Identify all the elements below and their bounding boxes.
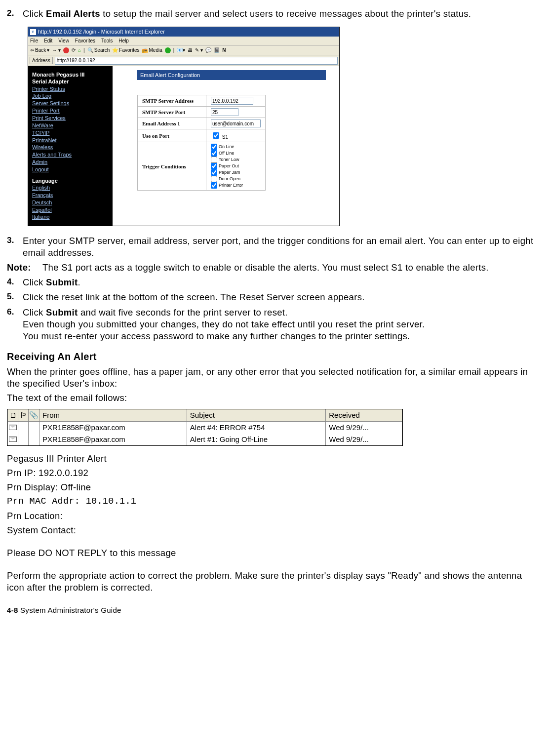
lang-de[interactable]: Deutsch [32, 199, 109, 206]
smtp-port-input[interactable] [211, 108, 238, 116]
trig-printererror[interactable]: Printer Error [211, 182, 261, 189]
email-l3: Prn Display: Off-line [7, 481, 541, 493]
email-l1: Pegasus III Printer Alert [7, 453, 541, 465]
home-icon[interactable]: ⌂ [78, 47, 81, 53]
panel-title: Email Alert Configuration [137, 70, 326, 80]
email1-input[interactable] [211, 119, 261, 127]
norton-icon[interactable]: N [222, 47, 226, 53]
step-3-text: Enter your SMTP server, email address, s… [23, 235, 541, 259]
lang-en[interactable]: English [32, 184, 109, 192]
ie-title-text: http:// 192.0.0.192 /login - Microsoft I… [38, 28, 165, 35]
recv-para: When the printer goes offline, has a pap… [7, 366, 541, 390]
email-l2: Prn IP: 192.0.0.192 [7, 467, 541, 479]
brand-line1: Monarch Pegasus III [32, 71, 109, 78]
brand-line2: Serial Adapter [32, 78, 109, 85]
trig-online[interactable]: On Line [211, 144, 261, 150]
menu-edit[interactable]: Edit [44, 38, 52, 44]
nav-printer-port[interactable]: Printer Port [32, 107, 109, 115]
row1-subject: Alert #4: ERROR #754 [187, 421, 325, 434]
trig-dooropen[interactable]: Door Open [211, 176, 261, 182]
ie-body: Monarch Pegasus III Serial Adapter Print… [28, 66, 339, 226]
stop-icon[interactable] [63, 47, 69, 53]
row1-from: PXR1E858F@paxar.com [39, 421, 187, 434]
fwd-button[interactable]: → ▾ [52, 47, 61, 53]
nav-netware[interactable]: NetWare [32, 122, 109, 129]
favorites-button[interactable]: ⭐Favorites [112, 47, 139, 53]
lang-es[interactable]: Español [32, 206, 109, 214]
mail-icon[interactable]: 📧▾ [177, 47, 185, 53]
step-6-num: 6. [7, 307, 23, 342]
note-label: Note: [7, 262, 42, 274]
smtp-addr-input[interactable] [211, 97, 253, 105]
address-field[interactable]: http://192.0.0.192 [55, 57, 338, 65]
ie-address-bar: Address http://192.0.0.192 [28, 55, 339, 66]
nav-wireless[interactable]: Wireless [32, 144, 109, 151]
edit-icon[interactable]: ✎ ▾ [195, 47, 203, 53]
menu-view[interactable]: View [58, 38, 69, 44]
nav-print-services[interactable]: Print Services [32, 115, 109, 122]
ie-window-figure: e http:// 192.0.0.192 /login - Microsoft… [28, 27, 340, 226]
nav-job-log[interactable]: Job Log [32, 92, 109, 100]
inbox-row[interactable]: PXR1E858F@paxar.com Alert #4: ERROR #754… [8, 421, 402, 434]
back-button[interactable]: ⇦ Back ▾ [30, 47, 49, 53]
nav-admin[interactable]: Admin [32, 159, 109, 166]
closing-para: Perform the appropriate action to correc… [7, 570, 541, 594]
nav-logout[interactable]: Logout [32, 166, 109, 173]
research-icon[interactable]: 📓 [214, 47, 220, 53]
email-l4: Prn MAC Addr: 10.10.1.1 [7, 496, 541, 508]
s1-checkbox[interactable] [213, 132, 219, 139]
trig-toner[interactable]: Toner Low [211, 157, 261, 163]
envelope-icon [8, 434, 18, 445]
step-3: 3. Enter your SMTP server, email address… [7, 235, 541, 259]
config-table: SMTP Server Address SMTP Server Port Ema… [137, 95, 266, 191]
media-button[interactable]: 📻Media [142, 47, 162, 53]
col-from: From [39, 409, 187, 422]
nav-tcpip[interactable]: TCP/IP [32, 129, 109, 137]
inbox-row[interactable]: PXR1E858F@paxar.com Alert #1: Going Off-… [8, 434, 402, 445]
nav-printer-status[interactable]: Printer Status [32, 85, 109, 93]
search-button[interactable]: 🔍Search [87, 47, 110, 53]
trigger-list: On Line Off Line Toner Low Paper Out Pap… [211, 144, 261, 189]
menu-help[interactable]: Help [118, 38, 129, 44]
discuss-icon[interactable]: 💬 [205, 47, 211, 53]
envelope-icon [8, 421, 18, 434]
step-5-num: 5. [7, 291, 23, 303]
trig-offline[interactable]: Off Line [211, 150, 261, 157]
print-icon[interactable]: 🖶 [188, 47, 193, 53]
use-port-s1[interactable]: S1 [211, 134, 228, 140]
step-6-text: Click Submit and wait five seconds for t… [23, 307, 541, 342]
sidebar: Monarch Pegasus III Serial Adapter Print… [28, 66, 113, 226]
nav-server-settings[interactable]: Server Settings [32, 100, 109, 107]
trig-paperout[interactable]: Paper Out [211, 163, 261, 169]
col-subject: Subject [187, 409, 325, 422]
nav-alerts-traps[interactable]: Alerts and Traps [32, 151, 109, 159]
ie-icon: e [30, 29, 36, 35]
follows-para: The text of the email follows: [7, 392, 541, 404]
step-2-num: 2. [7, 8, 23, 20]
refresh-icon[interactable]: ⟳ [72, 47, 76, 53]
menu-favorites[interactable]: Favorites [75, 38, 95, 44]
col-received: Received [326, 409, 402, 422]
trig-paperjam[interactable]: Paper Jam [211, 169, 261, 176]
menu-file[interactable]: File [30, 38, 38, 44]
step-5: 5. Click the reset link at the bottom of… [7, 291, 541, 303]
col-attach: 📎 [29, 409, 39, 422]
lang-it[interactable]: Italiano [32, 213, 109, 221]
step-4-num: 4. [7, 277, 23, 288]
row2-recv: Wed 9/29/... [326, 434, 402, 445]
email-l7: Please DO NOT REPLY to this message [7, 547, 541, 559]
email1-label: Email Address 1 [138, 118, 206, 129]
inbox-figure: 🗋 🏳 📎 From Subject Received PXR1E858F@pa… [7, 409, 403, 446]
nav-printranet[interactable]: PrintraNet [32, 137, 109, 144]
col-icon1: 🗋 [8, 409, 18, 422]
lang-fr[interactable]: Français [32, 192, 109, 199]
step-2: 2. Click Email Alerts to setup the mail … [7, 8, 541, 20]
step-4-text: Click Submit. [23, 277, 541, 288]
menu-tools[interactable]: Tools [101, 38, 113, 44]
history-icon[interactable] [165, 47, 171, 53]
step-5-text: Click the reset link at the bottom of th… [23, 291, 541, 303]
email-l5: Prn Location: [7, 510, 541, 522]
note-text: The S1 port acts as a toggle switch to e… [42, 262, 541, 274]
col-flag: 🏳 [18, 409, 29, 422]
step-3-num: 3. [7, 235, 23, 259]
